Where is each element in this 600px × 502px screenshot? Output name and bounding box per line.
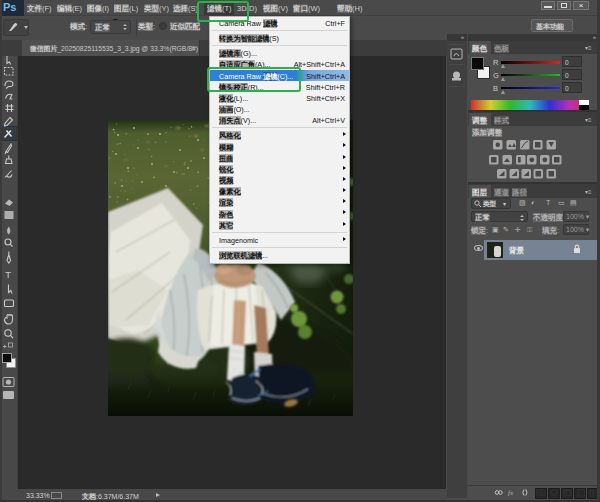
svg-text:fx: fx [508, 489, 514, 497]
svg-text:T: T [5, 269, 11, 280]
